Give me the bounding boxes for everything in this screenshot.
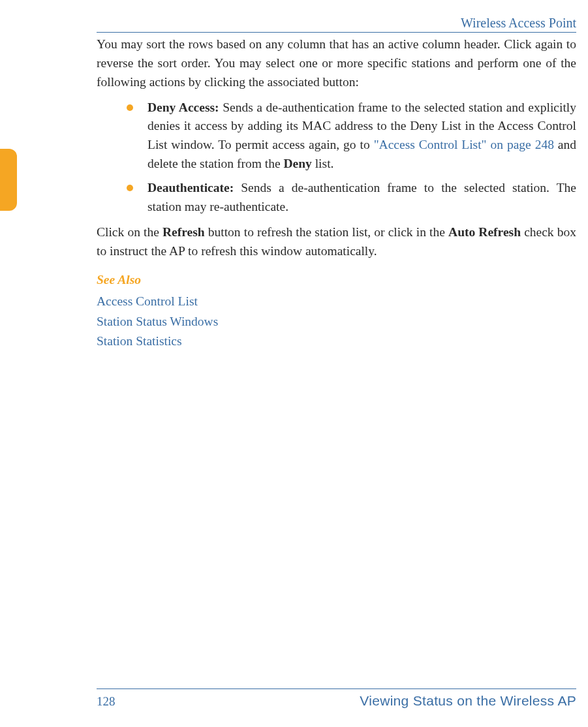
page-number: 128 <box>97 694 116 709</box>
page-content: You may sort the rows based on any colum… <box>97 35 576 352</box>
closing-bold: Refresh <box>162 225 205 239</box>
action-list: Deny Access: Sends a de-authentication f… <box>97 99 576 217</box>
closing-text: button to refresh the station list, or c… <box>205 225 448 239</box>
closing-text: Click on the <box>97 225 162 239</box>
page-side-tab <box>0 149 17 211</box>
see-also-link[interactable]: Station Statistics <box>97 332 576 350</box>
closing-paragraph: Click on the Refresh button to refresh t… <box>97 223 576 261</box>
footer-section-title: Viewing Status on the Wireless AP <box>360 693 576 709</box>
bullet-bold-tail: Deny <box>283 157 311 170</box>
inline-link[interactable]: "Access Control List" on page 248 <box>374 138 554 151</box>
header-title: Wireless Access Point <box>461 16 576 30</box>
page-header: Wireless Access Point <box>97 16 576 33</box>
see-also-link[interactable]: Station Status Windows <box>97 313 576 331</box>
intro-paragraph: You may sort the rows based on any colum… <box>97 35 576 92</box>
list-item: Deny Access: Sends a de-authentication f… <box>97 99 576 174</box>
page-footer: 128 Viewing Status on the Wireless AP <box>97 688 576 709</box>
bullet-label: Deauthenticate: <box>147 181 234 194</box>
see-also-link[interactable]: Access Control List <box>97 292 576 311</box>
bullet-label: Deny Access: <box>147 101 219 114</box>
see-also-heading: See Also <box>97 271 576 290</box>
list-item: Deauthenticate: Sends a de-authenticatio… <box>97 179 576 217</box>
closing-bold: Auto Refresh <box>448 225 521 239</box>
see-also-links: Access Control List Station Status Windo… <box>97 292 576 350</box>
bullet-tail: list. <box>312 157 334 170</box>
